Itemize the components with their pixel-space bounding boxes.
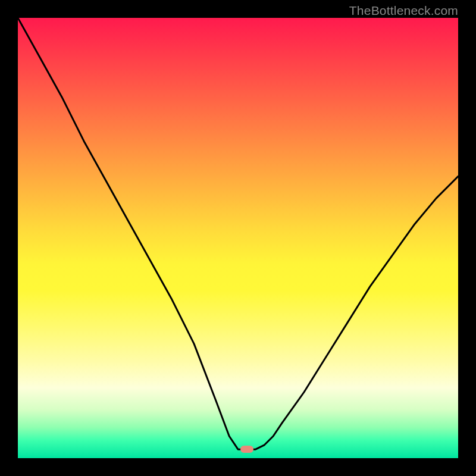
- plot-area: [18, 18, 458, 458]
- optimal-marker: [240, 446, 253, 453]
- bottleneck-curve: [18, 18, 458, 458]
- chart-container: TheBottleneck.com: [0, 0, 476, 476]
- watermark-text: TheBottleneck.com: [349, 4, 458, 18]
